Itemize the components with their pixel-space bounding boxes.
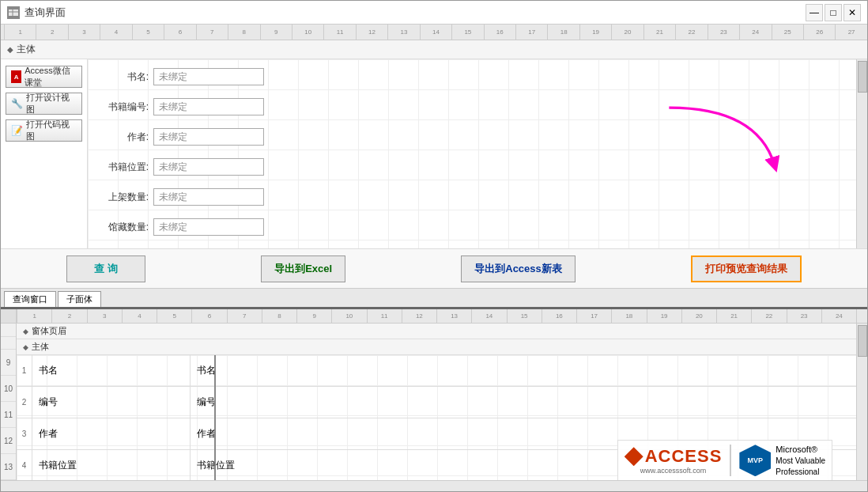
design-icon: 🔧 [11,97,23,110]
form-value[interactable]: 未绑定 [153,218,264,236]
form-row: 书籍编号:未绑定 [94,93,850,121]
form-value[interactable]: 未绑定 [153,68,264,85]
ruler-mark: 7 [227,309,262,324]
horizontal-scrollbar[interactable] [1,480,867,491]
report-row-num: 1 [17,355,32,386]
upper-ruler: 1 2 3 4 5 6 7 8 9 10 11 12 13 14 15 16 1 [1,25,867,40]
ruler-mark: 14 [471,309,506,324]
lower-scrollbar[interactable] [856,324,867,480]
ruler-mark: 21 [716,309,751,324]
row-numbers: 9 10 11 12 13 [1,324,17,480]
ruler-mark: 2 [51,309,86,324]
lower-content: 9 10 11 12 13 窗体页眉 主体 [1,324,867,480]
tab-sub-form[interactable]: 子面体 [58,291,101,307]
row-num-10: 10 [1,376,16,402]
ruler-mark: 16 [484,25,515,40]
app-icon [7,6,20,19]
form-label: 书籍编号: [94,100,153,114]
row-num-11: 11 [1,402,16,428]
report-content: 1书名书名2编号编号3作者作者4书籍位置书籍位置 ACCESS www.acce… [17,355,856,480]
upper-scrollbar[interactable] [856,59,867,248]
ruler-mark: 17 [515,25,547,40]
print-preview-button[interactable]: 打印预览查询结果 [691,255,802,282]
form-value[interactable]: 未绑定 [153,98,264,115]
lower-scrollbar-thumb[interactable] [858,325,867,357]
ruler-mark: 15 [451,25,483,40]
ruler-mark: 3 [87,309,122,324]
ruler-mark: 23 [787,309,821,324]
form-row: 作者:未绑定 [94,123,850,151]
ruler-mark: 24 [739,25,771,40]
report-row-num: 4 [17,450,32,480]
ruler-mark: 15 [507,309,542,324]
ruler-mark: 10 [292,25,323,40]
form-label: 上架数量: [94,191,153,204]
ruler-mark: 2 [36,25,67,40]
watermark-divider [730,445,731,476]
close-button[interactable]: ✕ [843,4,861,21]
mvp-text: Microsoft® Most Valuable Professional [776,444,825,478]
sidebar-buttons: A Access微信课堂 🔧 打开设计视图 📝 打开代码视图 [1,59,88,248]
svg-rect-1 [9,9,18,16]
form-value[interactable]: 未绑定 [153,188,264,206]
ruler-mark: 6 [164,25,195,40]
window-body: 1 2 3 4 5 6 7 8 9 10 11 12 13 14 15 16 1 [1,25,867,491]
report-row-num: 2 [17,387,32,418]
ruler-mark: 22 [751,309,786,324]
form-value[interactable]: 未绑定 [153,158,264,176]
ruler-mark: 22 [675,25,707,40]
access-diamond [625,447,643,466]
professional-text: Professional [776,467,825,478]
form-value[interactable]: 未绑定 [153,128,264,146]
ruler-mark: 11 [323,25,355,40]
report-row: 1书名书名 [17,355,856,387]
access-text: ACCESS [645,446,723,467]
export-access-button[interactable]: 导出到Access新表 [461,255,576,282]
export-excel-button[interactable]: 导出到Excel [261,255,345,282]
report-area: 窗体页眉 主体 1书名书名2编号编号3作者作者4书籍位置书籍位置 [17,324,856,480]
mvp-area: MVP Microsoft® Most Valuable Professiona… [739,444,825,478]
microsoft-text: Microsoft® [776,444,825,456]
code-icon: 📝 [11,124,23,137]
upper-section: 1 2 3 4 5 6 7 8 9 10 11 12 13 14 15 16 1 [1,25,867,309]
ruler-mark: 6 [191,309,226,324]
report-row-label: 作者 [32,418,191,449]
mvp-badge: MVP [739,445,771,476]
row-num-13: 13 [1,454,16,480]
minimize-button[interactable]: — [806,4,823,21]
ruler-mark: 19 [647,309,681,324]
ruler-mark: 20 [611,25,643,40]
query-button[interactable]: 查 询 [66,255,145,282]
ruler-mark: 10 [331,309,366,324]
scrollbar-thumb[interactable] [858,61,867,93]
report-row-label: 书籍位置 [32,450,191,480]
ruler-mark: 18 [611,309,646,324]
tab-query-window[interactable]: 查询窗口 [4,291,56,307]
access-logo: ACCESS [625,446,723,467]
row-num-9: 9 [1,350,16,376]
open-code-button[interactable]: 📝 打开代码视图 [6,119,82,142]
title-bar: 查询界面 — □ ✕ [1,1,867,25]
form-row: 馆藏数量:未绑定 [94,213,850,241]
form-row: 书籍位置:未绑定 [94,153,850,181]
open-design-button[interactable]: 🔧 打开设计视图 [6,93,82,115]
form-label: 作者: [94,131,153,144]
vertical-separator [214,355,216,480]
form-label: 馆藏数量: [94,221,153,234]
ruler-mark: 4 [100,25,131,40]
lower-ruler-scrollbar[interactable] [856,309,867,323]
ruler-mark: 14 [420,25,451,40]
form-row: 上架数量:未绑定 [94,183,850,211]
ruler-mark: 12 [402,309,436,324]
ruler-mark: 5 [157,309,191,324]
main-window: 查询界面 — □ ✕ 1 2 3 4 5 6 7 8 9 [0,0,868,492]
ruler-mark: 11 [367,309,402,324]
access-icon: A [11,70,21,83]
ruler-mark: 13 [387,25,419,40]
maximize-button[interactable]: □ [825,4,842,21]
ruler-mark: 4 [122,309,157,324]
access-wechat-button[interactable]: A Access微信课堂 [6,66,82,88]
ruler-mark: 9 [260,25,292,40]
title-bar-left: 查询界面 [7,6,66,20]
ruler-mark: 5 [132,25,164,40]
